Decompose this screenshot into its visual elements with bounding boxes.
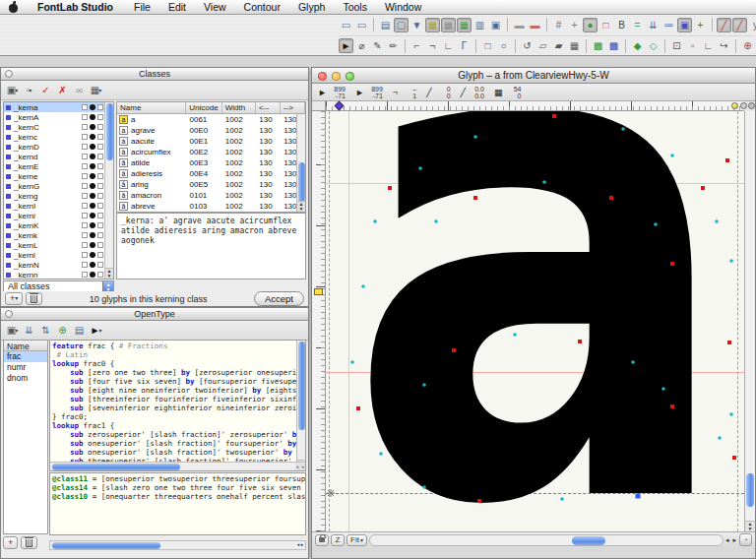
scrollbar-arrows[interactable]: ▲▼ (745, 521, 755, 531)
background-toggle-icon[interactable]: ▥ (472, 18, 487, 32)
snap-node-icon[interactable]: ● (583, 18, 598, 32)
ruler-yellow-marker[interactable] (731, 102, 738, 109)
feature-list[interactable]: Name fracnumrdnom (3, 340, 48, 534)
classes-menu-icon[interactable]: ▣▾ (5, 83, 20, 97)
bold-preview-icon[interactable]: B (614, 18, 629, 32)
class-active-dot[interactable] (90, 163, 95, 169)
glyph-table[interactable]: NameUnicodeWidth<----> aa00611002130130à… (116, 101, 306, 213)
xheight-guide-handle[interactable] (314, 288, 323, 295)
right-flag-checkbox[interactable] (97, 213, 103, 218)
corner-node[interactable] (578, 340, 582, 343)
selection-mode-icon[interactable]: ▫▾ (22, 83, 36, 97)
smooth-node[interactable] (715, 219, 719, 223)
left-flag-checkbox[interactable] (82, 104, 88, 110)
kern-class-row[interactable]: _kernl (4, 250, 113, 260)
rotate-tool-icon[interactable]: ↺ (520, 38, 535, 53)
class-active-dot[interactable] (90, 232, 95, 238)
right-flag-checkbox[interactable] (97, 272, 103, 278)
left-flag-checkbox[interactable] (82, 183, 88, 189)
right-flag-checkbox[interactable] (97, 114, 103, 120)
class-active-dot[interactable] (90, 252, 95, 258)
corner-node[interactable] (477, 499, 481, 503)
left-flag-checkbox[interactable] (82, 262, 88, 268)
kern-class-row[interactable]: _kerne (4, 171, 113, 181)
smooth-node[interactable] (729, 259, 733, 263)
smooth-node[interactable] (434, 219, 438, 223)
slant-tool-icon[interactable]: ▰ (551, 38, 566, 53)
class-active-dot[interactable] (90, 154, 95, 159)
macro-panel-icon[interactable]: ▭ (339, 18, 353, 32)
free-transform-tool-icon[interactable]: ▦ (567, 38, 582, 53)
features-menu-icon[interactable]: ▣▾ (5, 323, 20, 338)
smooth-node[interactable] (718, 436, 722, 440)
kern-class-row[interactable]: _kernc (4, 132, 113, 142)
right-flag-checkbox[interactable] (97, 232, 103, 238)
kern-class-row[interactable]: _kernN (4, 260, 113, 270)
corner-node[interactable] (552, 114, 556, 118)
pen-tool-icon[interactable]: ✏ (386, 38, 401, 53)
right-flag-checkbox[interactable] (97, 262, 103, 268)
column-header-unicode[interactable]: Unicode (186, 102, 221, 113)
menu-contour[interactable]: Contour (235, 1, 289, 13)
corner-node[interactable] (732, 456, 736, 460)
list-icon[interactable]: ≔ (662, 18, 676, 32)
anchors-panel-icon[interactable]: ▬ (528, 18, 542, 32)
outline-box-icon[interactable]: ▫ (685, 38, 700, 53)
hscroll-arrows[interactable]: ◂ ▸ (295, 462, 305, 470)
right-flag-checkbox[interactable] (97, 242, 103, 248)
scrollbar-thumb[interactable] (52, 542, 160, 549)
menu-glyph[interactable]: Glyph (289, 1, 334, 13)
add-feature-button[interactable]: + (3, 536, 18, 549)
corner-node[interactable] (473, 196, 477, 200)
glyph-table-row[interactable]: äadieresis00E41002130130 (117, 168, 305, 179)
kern-class-row[interactable]: _kernD (4, 142, 113, 152)
left-flag-checkbox[interactable] (82, 193, 88, 199)
scrollbar-arrows[interactable]: ▲▼ (297, 201, 305, 212)
corner-node[interactable] (725, 158, 729, 162)
eraser-tool-icon[interactable]: ⌀ (354, 38, 369, 53)
compile-icon[interactable]: ►▾ (89, 323, 103, 338)
grid-toggle-icon[interactable]: ▦ (441, 18, 456, 32)
kern-class-row[interactable]: _kernI (4, 201, 113, 211)
center-icon[interactable]: ⊕ (740, 38, 755, 53)
class-active-dot[interactable] (90, 114, 95, 120)
preview-panel-icon[interactable]: ▬ (512, 18, 527, 32)
add-guide-icon[interactable]: + (567, 18, 582, 32)
tangent-icon[interactable]: y (748, 18, 756, 32)
classes-code-hscrollbar[interactable]: ◂ ▸ (49, 540, 306, 550)
align-box-icon[interactable]: ⊡ (669, 38, 684, 53)
kern-class-row[interactable]: _kernA (4, 112, 113, 122)
glyph-table-row[interactable]: āamacron01011002130130 (117, 190, 305, 201)
smooth-node[interactable] (560, 497, 564, 501)
glyph-table-row[interactable]: åaring00E51002130130 (117, 179, 305, 190)
scrollbar-thumb[interactable] (52, 464, 180, 470)
menu-view[interactable]: View (195, 1, 235, 13)
table-view-icon[interactable]: ▦▾ (89, 83, 103, 97)
classes-code-editor[interactable]: @class11 = [onesuperior twosuperior thre… (49, 472, 306, 535)
kern-class-row[interactable]: _kernn (4, 270, 113, 280)
curve-tool-icon[interactable]: ╱ (717, 18, 731, 32)
left-flag-checkbox[interactable] (82, 154, 88, 159)
rectangle-tool-icon[interactable]: □ (480, 38, 495, 53)
left-flag-checkbox[interactable] (82, 203, 88, 209)
font-window-icon[interactable]: ▤ (378, 18, 393, 32)
menu-edit[interactable]: Edit (159, 1, 195, 13)
right-flag-checkbox[interactable] (97, 144, 103, 150)
edit-tool-icon[interactable]: ► (339, 38, 353, 53)
code-scrollbar[interactable]: ▲▼ (296, 341, 305, 470)
feature-item-dnom[interactable]: dnom (4, 373, 47, 384)
class-active-dot[interactable] (90, 193, 95, 199)
scale-tool-icon[interactable]: ▱ (536, 38, 550, 53)
kern-class-row[interactable]: _kerni (4, 211, 113, 220)
glyph-vertical-scrollbar[interactable]: ▲▼ (744, 111, 755, 531)
class-active-dot[interactable] (90, 222, 95, 228)
scrollbar-thumb[interactable] (298, 342, 305, 430)
feature-item-numr[interactable]: numr (4, 362, 47, 373)
stop-icon[interactable]: □ (598, 18, 613, 32)
smooth-node[interactable] (542, 180, 546, 184)
kern-class-row[interactable]: _kernd (4, 152, 113, 161)
left-flag-checkbox[interactable] (82, 272, 88, 278)
delete-class-icon[interactable]: ✗ (55, 83, 70, 97)
corner-tool-icon[interactable]: ⌐ (410, 38, 424, 53)
close-icon[interactable] (5, 70, 13, 78)
